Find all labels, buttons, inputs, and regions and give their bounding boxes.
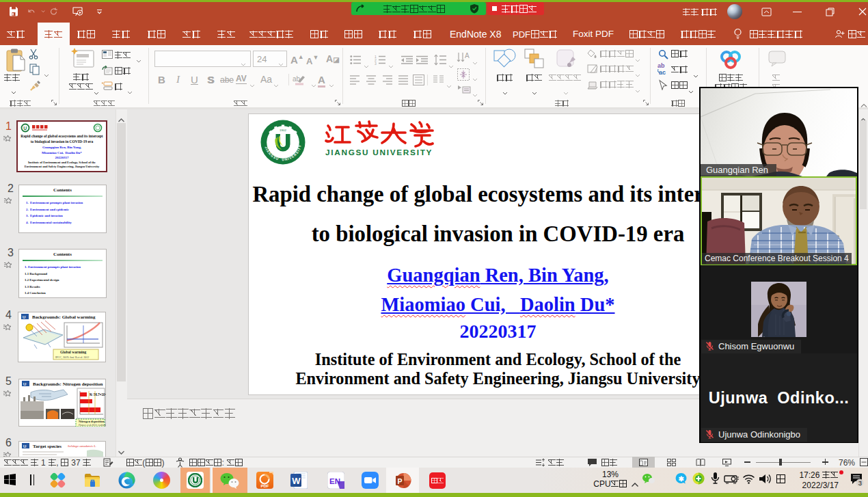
svg-text:3: 3 — [375, 62, 377, 65]
svg-text:U: U — [23, 444, 26, 448]
svg-text:Target species: Target species — [33, 444, 62, 449]
svg-text:Global warming: Global warming — [60, 350, 87, 354]
svg-text:Nitrogen deposition: Nitrogen deposition — [79, 420, 105, 423]
svg-text:Backgrounds: Global warming: Backgrounds: Global warming — [32, 314, 96, 320]
svg-text:EN: EN — [329, 477, 340, 485]
svg-text:Backgrounds: Nitrogen depositi: Backgrounds: Nitrogen deposition — [33, 381, 103, 387]
svg-text:✱: ✱ — [679, 475, 685, 483]
svg-text:PDF: PDF — [261, 484, 269, 488]
svg-text:A: A — [465, 52, 470, 59]
svg-text:U: U — [23, 126, 27, 131]
svg-text:Solidago canadensis L.: Solidago canadensis L. — [68, 444, 96, 448]
svg-text:P: P — [398, 477, 403, 485]
svg-text:N: 56.7×10⁴: N: 56.7×10⁴ — [90, 393, 106, 397]
svg-text:1902: 1902 — [280, 129, 286, 132]
svg-text:ab: ab — [657, 62, 665, 69]
svg-text:U: U — [23, 382, 26, 386]
svg-text:U: U — [23, 315, 25, 319]
svg-text:3: 3 — [858, 479, 862, 487]
svg-text:W: W — [292, 476, 301, 486]
svg-text:Flower et al.2013; Galloway et: Flower et al.2013; Galloway et al.2004 — [79, 424, 106, 427]
